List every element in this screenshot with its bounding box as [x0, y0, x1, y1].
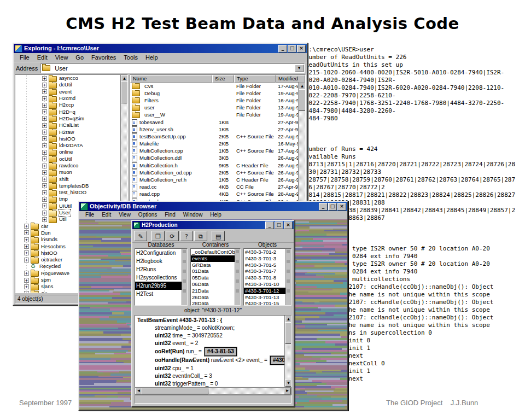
expand-toggle-icon[interactable]: + [24, 250, 29, 255]
close-button[interactable]: × [284, 221, 293, 229]
expand-toggle-icon[interactable]: + [42, 211, 47, 215]
expand-toggle-icon[interactable]: + [42, 136, 47, 141]
file-row[interactable]: DebugFile Folder19-Aug-97 15:08 [130, 90, 305, 97]
file-row[interactable]: user__WFile Folder19-Aug-97 15:39 [130, 112, 305, 119]
minimize-button[interactable]: _ [278, 45, 287, 52]
expand-toggle-icon[interactable]: + [42, 123, 47, 128]
menu-item-edit[interactable]: Edit [33, 53, 51, 62]
list-item[interactable]: #430-3-701-13 [244, 294, 286, 301]
list-item[interactable]: 26Data [191, 294, 235, 301]
scroll-right-icon[interactable]: ▶ [284, 388, 291, 394]
scroll-down-icon[interactable]: ▼ [285, 380, 291, 387]
list-item[interactable]: 01Data [191, 268, 235, 275]
expand-toggle-icon[interactable]: + [24, 244, 29, 249]
list-item[interactable]: _ooDefaultContObj [191, 249, 235, 255]
column-header-name[interactable]: Name [130, 75, 212, 83]
list-item[interactable]: H2Configuration [135, 249, 182, 257]
tree-item[interactable]: +H2raw [15, 129, 127, 135]
list-scrollbar[interactable] [285, 249, 291, 305]
expand-toggle-icon[interactable]: + [42, 130, 47, 135]
maximize-button[interactable]: □ [275, 221, 283, 229]
list-item[interactable]: 06Data [191, 281, 235, 288]
expand-toggle-icon[interactable]: + [42, 83, 47, 88]
minimize-button[interactable]: _ [319, 203, 328, 211]
tree-item[interactable]: +H2ccp [15, 102, 127, 108]
minimize-button[interactable]: _ [265, 221, 274, 229]
list-item[interactable]: H2run29b95 [135, 282, 182, 290]
expand-toggle-icon[interactable]: + [42, 190, 47, 195]
explorer-titlebar[interactable]: Exploring - I:\cmreco\User _ □ × [14, 44, 307, 53]
expand-toggle-icon[interactable]: + [24, 237, 29, 242]
expand-toggle-icon[interactable]: + [42, 96, 47, 101]
address-dropdown-button[interactable]: ▼ [295, 65, 304, 72]
file-row[interactable]: CvsFile Folder17-Aug-97 11:16 [130, 83, 305, 90]
file-row[interactable]: testBeamSetUp.cpp2KBC++ Source File22-Au… [130, 133, 305, 140]
list-item[interactable]: #430-3-701-3 [244, 255, 286, 262]
menu-item-help[interactable]: Help [142, 53, 162, 62]
tree-item[interactable]: +HCalList [15, 122, 127, 129]
menu-item-find[interactable]: Find [161, 211, 179, 219]
file-row[interactable]: h2env_user.sh1KB27-Apr-97 10:04 [130, 126, 305, 133]
list-item[interactable]: 05Data [191, 275, 235, 281]
tree-item[interactable]: +shift [15, 176, 127, 182]
expand-toggle-icon[interactable]: + [42, 183, 47, 188]
tree-item[interactable]: +templatesDB [15, 183, 127, 189]
menu-item-tools[interactable]: Tools [120, 53, 142, 62]
menu-item-favorites[interactable]: Favorites [88, 53, 120, 62]
file-row[interactable]: Makefile2KB16-May-97 21:23 [130, 141, 305, 148]
file-row[interactable]: MultiCollection_ref.h1KBC Header File26-… [130, 176, 305, 183]
help-icon[interactable]: ? [180, 231, 193, 241]
menu-item-options[interactable]: Options [135, 211, 161, 219]
tree-item[interactable]: +test_histOO [15, 189, 127, 196]
list-item[interactable]: #430-3-701-5 [244, 262, 286, 269]
copy-icon[interactable]: ❐ [151, 231, 165, 241]
tree-item[interactable]: +H2cmd [15, 95, 127, 102]
file-row[interactable]: read.cpp4KBC++ Source File28-Aug-97 18:3… [130, 191, 305, 198]
expand-toggle-icon[interactable]: + [42, 203, 47, 208]
tree-item[interactable]: +event [15, 89, 127, 95]
file-row[interactable]: FiltersFile Folder16-Aug-97 12:13 [130, 97, 305, 104]
detail-scrollbar[interactable]: ▲ ▼ [284, 316, 291, 387]
expand-toggle-icon[interactable]: + [42, 143, 47, 148]
tree-item[interactable]: +online [15, 149, 127, 155]
refresh-icon[interactable]: ⟳ [166, 231, 179, 241]
expand-toggle-icon[interactable]: + [42, 177, 47, 182]
expand-toggle-icon[interactable]: + [42, 76, 47, 81]
tree-item[interactable]: +rawdcco [15, 162, 127, 169]
browser-titlebar[interactable]: Objectivity/DB Browser _ □ × [79, 202, 347, 211]
detail-hscrollbar[interactable]: ◀ ▶ [135, 387, 291, 395]
expand-toggle-icon[interactable]: + [42, 109, 47, 114]
file-row[interactable]: MultiCollection.h9KBC Header File26-Aug-… [130, 162, 305, 169]
menu-item-file[interactable]: File [81, 211, 98, 219]
expand-toggle-icon[interactable]: + [42, 116, 47, 121]
expand-toggle-icon[interactable]: + [24, 230, 29, 235]
report-icon[interactable]: ▤ [212, 231, 225, 241]
menu-item-view[interactable]: View [115, 211, 135, 219]
list-scrollbar[interactable] [182, 249, 187, 305]
column-header-modified[interactable]: Modified [276, 75, 305, 83]
tree-item[interactable]: +ocUtil [15, 156, 127, 162]
list-item[interactable]: #430-3-701-2 [244, 249, 286, 255]
menu-item-edit[interactable]: Edit [98, 211, 115, 219]
list-item[interactable]: H2Test [135, 290, 182, 298]
expand-toggle-icon[interactable]: + [42, 170, 47, 175]
tree-item[interactable]: +H2D=q [15, 108, 127, 115]
expand-toggle-icon[interactable]: + [24, 271, 29, 276]
list-item[interactable]: H2Runs [135, 265, 182, 273]
list-item[interactable]: #430-3-701-7 [244, 268, 286, 275]
menu-item-go[interactable]: Go [72, 53, 88, 62]
list-item[interactable]: #430-3-701-8 [244, 275, 286, 281]
column-header-size[interactable]: Size [212, 75, 234, 83]
file-row[interactable]: MultiCollection.cpp1KBC++ Source File17-… [130, 148, 305, 155]
expand-toggle-icon[interactable]: + [42, 217, 47, 222]
list-item[interactable]: H2syscollections [135, 273, 182, 282]
object-ref-badge[interactable]: #4-3-81-53 [205, 347, 237, 356]
list-scrollbar[interactable] [235, 249, 240, 305]
maximize-button[interactable]: □ [288, 45, 296, 52]
list-item[interactable]: H2logbook [135, 257, 182, 265]
close-button[interactable]: × [297, 45, 306, 52]
list-item[interactable]: #430-3-701-10 [244, 281, 286, 288]
list-item[interactable]: 21Data [191, 288, 235, 294]
menu-item-view[interactable]: View [51, 53, 72, 62]
menu-item-help[interactable]: Help [206, 211, 225, 219]
